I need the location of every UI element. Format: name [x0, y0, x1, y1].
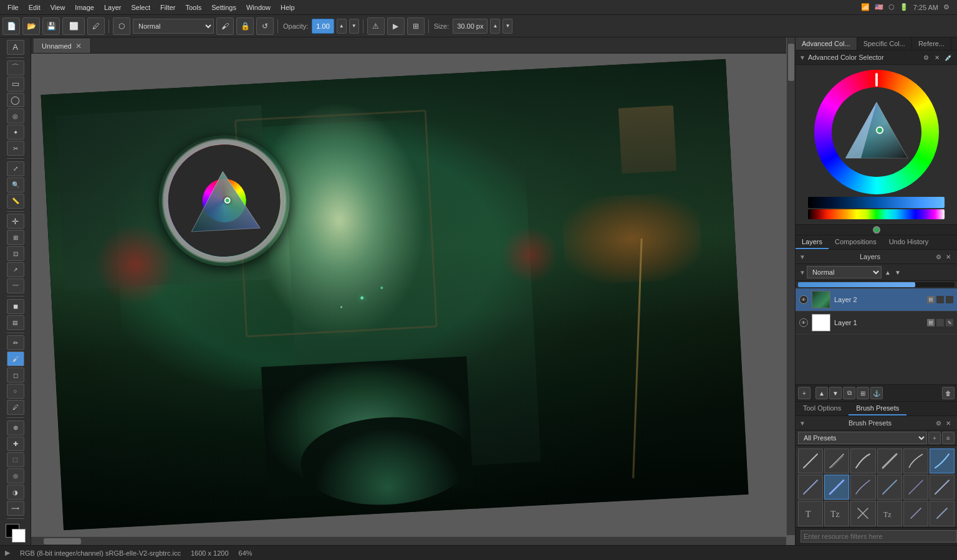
brush-item-3[interactable] [850, 448, 875, 473]
brush-item-16[interactable]: Tz [877, 501, 902, 526]
tab-specific-color[interactable]: Specific Col... [857, 37, 912, 50]
warp-btn[interactable]: 〰 [7, 278, 24, 293]
warning-btn[interactable]: ⚠ [367, 17, 385, 35]
pencil-btn[interactable]: ✏ [7, 335, 24, 350]
measure-btn[interactable]: 📏 [7, 194, 24, 209]
scrollbar-thumb-vertical[interactable] [788, 44, 794, 81]
layer-item-1[interactable]: 👁 Layer 1 ⛓ ✎ [796, 311, 957, 335]
opacity-value[interactable]: 1.00 [312, 19, 334, 34]
expand-statusbar-btn[interactable]: ▶ [5, 549, 10, 557]
ink-btn[interactable]: 🖊 [7, 400, 24, 415]
layers-close-btn[interactable]: ✕ [943, 252, 953, 262]
canvas-scrollbar-vertical[interactable] [786, 37, 795, 535]
brush-item-10[interactable] [877, 475, 902, 500]
selection-mode-btn[interactable]: ⬡ [113, 17, 130, 35]
apply-btn[interactable]: ▶ [387, 17, 405, 35]
tab-advanced-color[interactable]: Advanced Col... [796, 37, 857, 50]
delete-layer-btn[interactable]: 🗑 [942, 387, 955, 399]
layer-1-chain-icon[interactable]: ⛓ [927, 319, 935, 326]
export-btn[interactable]: ⬜ [62, 17, 85, 35]
new-file-btn[interactable]: 📄 [2, 17, 20, 35]
tab-tool-options[interactable]: Tool Options [796, 402, 849, 415]
script-btn[interactable]: 🖊 [87, 17, 105, 35]
menu-view[interactable]: View [46, 2, 70, 12]
color-mode-indicator[interactable] [873, 226, 880, 234]
smudge-btn[interactable]: ⟿ [7, 501, 24, 516]
brush-item-5[interactable] [903, 448, 928, 473]
layer-opacity-bar[interactable] [798, 282, 955, 287]
size-down-btn[interactable]: ▼ [503, 19, 512, 34]
scrollbar-thumb-horizontal[interactable] [44, 538, 81, 544]
crop-btn[interactable]: ⊡ [7, 246, 24, 261]
layers-collapse-icon[interactable]: ▼ [799, 254, 806, 260]
ellipse-select-btn[interactable]: ◯ [7, 93, 24, 108]
color-panel-eyedropper-btn[interactable]: 💉 [943, 52, 953, 62]
dodge-burn-btn[interactable]: ◑ [7, 485, 24, 500]
save-file-btn[interactable]: 💾 [42, 17, 60, 35]
bucket-fill-btn[interactable]: ◼ [7, 299, 24, 314]
background-color[interactable] [12, 529, 26, 543]
brush-filter-input[interactable] [801, 530, 957, 543]
text-tool-btn[interactable]: A [7, 40, 24, 55]
color-panel-close-btn[interactable]: ✕ [932, 52, 942, 62]
brush-item-7[interactable] [798, 475, 823, 500]
airbrush-btn[interactable]: ○ [7, 384, 24, 399]
color-select-btn[interactable]: ✦ [7, 125, 24, 140]
brush-item-14[interactable]: Tz [824, 501, 849, 526]
heal-btn[interactable]: ✚ [7, 437, 24, 452]
layer-opacity-down-btn[interactable]: ▼ [893, 267, 903, 277]
scissors-btn[interactable]: ✂ [7, 141, 24, 156]
gradient-btn[interactable]: ▤ [7, 315, 24, 330]
layer-item-2[interactable]: 👁 Layer 2 ⛓ [796, 288, 957, 311]
brush-add-tag-btn[interactable]: + [928, 432, 941, 444]
brush-item-15[interactable] [850, 501, 875, 526]
paths-btn[interactable]: ⤢ [7, 161, 24, 176]
menu-window[interactable]: Window [241, 2, 276, 12]
brush-item-12[interactable] [930, 475, 955, 500]
transform-btn[interactable]: ↗ [7, 262, 24, 277]
menu-layer[interactable]: Layer [99, 2, 127, 12]
menu-tools[interactable]: Tools [181, 2, 207, 12]
open-file-btn[interactable]: 📂 [22, 17, 40, 35]
layer-2-chain-icon[interactable]: ⛓ [927, 296, 935, 303]
merge-layer-btn[interactable]: ⊞ [857, 387, 869, 399]
tab-compositions[interactable]: Compositions [829, 235, 883, 249]
eraser-btn[interactable]: ◻ [7, 368, 24, 382]
layers-settings-btn[interactable]: ⚙ [933, 252, 943, 262]
brush-item-9[interactable] [850, 475, 875, 500]
menu-select[interactable]: Select [126, 2, 155, 12]
tab-reference[interactable]: Refere... [912, 37, 951, 50]
brush-panel-settings-btn[interactable]: ⚙ [933, 418, 943, 428]
paintbrush-btn[interactable]: 🖌 [7, 351, 24, 366]
duplicate-layer-btn[interactable]: ⧉ [843, 387, 855, 399]
brush-item-8[interactable] [824, 475, 849, 500]
menu-edit[interactable]: Edit [24, 2, 46, 12]
brush-item-11[interactable] [903, 475, 928, 500]
lower-layer-btn[interactable]: ▼ [829, 387, 842, 399]
menu-filter[interactable]: Filter [155, 2, 180, 12]
brush-item-18[interactable] [930, 501, 955, 526]
add-layer-btn[interactable]: + [798, 387, 810, 399]
layer-opacity-btn[interactable]: ▲ [883, 267, 893, 277]
free-select-btn[interactable]: ⌒ [7, 60, 24, 75]
move-btn[interactable]: ✛ [7, 214, 24, 229]
paint-across-layers-btn[interactable]: 🖌 [216, 17, 234, 35]
brush-item-1[interactable] [798, 448, 823, 473]
align-btn[interactable]: ⊞ [7, 230, 24, 245]
brush-item-13[interactable]: T [798, 501, 823, 526]
opacity-down-btn[interactable]: ▼ [349, 19, 359, 34]
color-wheel-popup[interactable] [155, 131, 293, 269]
brush-panel-collapse-icon[interactable]: ▼ [799, 420, 806, 427]
menu-settings[interactable]: Settings [206, 2, 241, 12]
perspective-clone-btn[interactable]: ⬚ [7, 452, 24, 467]
zoom-btn[interactable]: 🔍 [7, 178, 24, 192]
layer-2-visibility[interactable]: 👁 [799, 295, 808, 304]
blend-mode-select[interactable]: Normal Multiply Screen Overlay Dissolve [133, 19, 214, 34]
raise-layer-btn[interactable]: ▲ [815, 387, 828, 399]
canvas-scrollbar-horizontal[interactable] [31, 536, 786, 545]
size-value[interactable]: 30.00 px [453, 19, 488, 34]
brush-item-17[interactable] [903, 501, 928, 526]
color-panel-collapse-icon[interactable]: ▼ [799, 54, 806, 61]
tab-undo-history[interactable]: Undo History [883, 235, 935, 249]
brush-item-6[interactable] [930, 448, 955, 473]
